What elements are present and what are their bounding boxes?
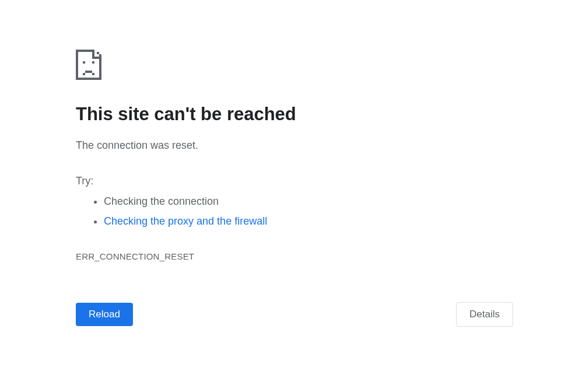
svg-rect-45	[83, 78, 85, 80]
svg-rect-50	[94, 78, 97, 80]
svg-rect-48	[90, 78, 92, 80]
reload-button[interactable]: Reload	[76, 303, 133, 326]
svg-rect-12	[92, 54, 94, 57]
svg-rect-24	[99, 61, 101, 64]
svg-rect-47	[87, 78, 90, 80]
suggestion-text: Checking the connection	[104, 195, 219, 207]
error-page-container: This site can't be reached The connectio…	[0, 0, 513, 327]
svg-rect-40	[76, 75, 78, 78]
svg-rect-7	[92, 50, 94, 52]
svg-rect-37	[83, 73, 85, 75]
svg-rect-28	[99, 66, 101, 68]
svg-rect-33	[87, 71, 90, 73]
details-button[interactable]: Details	[456, 302, 513, 327]
svg-rect-15	[92, 57, 94, 59]
svg-rect-16	[94, 57, 97, 59]
svg-rect-10	[97, 52, 99, 54]
svg-rect-8	[76, 52, 78, 54]
svg-rect-5	[87, 50, 90, 52]
sad-page-icon	[76, 50, 443, 80]
svg-rect-4	[85, 50, 87, 52]
svg-rect-22	[83, 61, 85, 64]
svg-rect-30	[99, 68, 101, 71]
error-code: ERR_CONNECTION_RESET	[76, 251, 443, 261]
svg-rect-51	[97, 78, 99, 80]
svg-rect-41	[99, 75, 101, 78]
svg-rect-6	[90, 50, 92, 52]
suggestion-check-proxy-firewall: Checking the proxy and the firewall	[104, 211, 443, 231]
proxy-firewall-link[interactable]: Checking the proxy and the firewall	[104, 215, 267, 227]
suggestion-check-connection: Checking the connection	[104, 191, 443, 211]
svg-rect-38	[92, 73, 94, 75]
svg-rect-43	[78, 78, 80, 80]
svg-rect-21	[76, 61, 78, 64]
svg-rect-32	[85, 71, 87, 73]
svg-rect-0	[76, 50, 78, 52]
error-heading: This site can't be reached	[76, 103, 443, 125]
svg-rect-25	[76, 64, 78, 66]
svg-rect-20	[99, 59, 101, 61]
svg-rect-31	[76, 71, 78, 73]
svg-rect-52	[99, 78, 101, 80]
svg-rect-42	[76, 78, 78, 80]
svg-rect-27	[76, 66, 78, 68]
svg-rect-29	[76, 68, 78, 71]
svg-rect-2	[80, 50, 83, 52]
svg-rect-39	[99, 73, 101, 75]
svg-rect-23	[92, 61, 94, 64]
svg-rect-36	[76, 73, 78, 75]
svg-rect-1	[78, 50, 80, 52]
svg-rect-49	[92, 78, 94, 80]
svg-rect-11	[76, 54, 78, 57]
svg-rect-9	[92, 52, 94, 54]
svg-rect-46	[85, 78, 87, 80]
svg-rect-18	[99, 57, 101, 59]
svg-rect-35	[99, 71, 101, 73]
svg-rect-3	[83, 50, 85, 52]
suggestions-list: Checking the connection Checking the pro…	[76, 191, 443, 231]
error-message: The connection was reset.	[76, 138, 443, 153]
svg-rect-13	[99, 54, 101, 57]
svg-rect-17	[97, 57, 99, 59]
try-label: Try:	[76, 173, 443, 189]
svg-rect-44	[80, 78, 83, 80]
svg-rect-14	[76, 57, 78, 59]
svg-rect-34	[90, 71, 92, 73]
svg-rect-26	[99, 64, 101, 66]
svg-rect-19	[76, 59, 78, 61]
button-row: Reload Details	[76, 302, 513, 327]
